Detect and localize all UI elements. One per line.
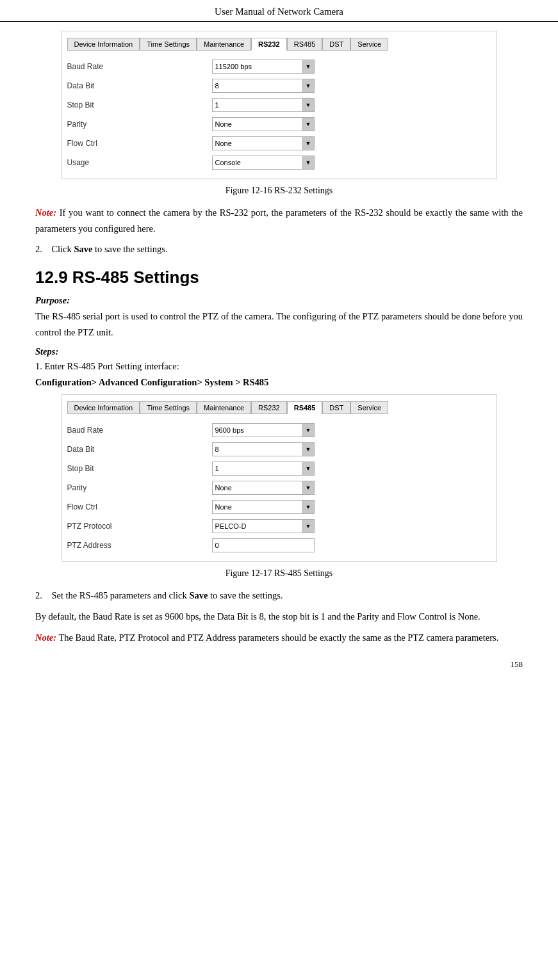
table-row: Flow Ctrl None ▼ bbox=[62, 497, 496, 517]
table-row: PTZ Protocol PELCO-D ▼ bbox=[62, 517, 496, 536]
field-value-databit-2: 8 ▼ bbox=[207, 440, 496, 459]
tab-maintenance-2[interactable]: Maintenance bbox=[197, 401, 251, 414]
field-label-baudrate-2: Baud Rate bbox=[62, 421, 207, 440]
step1-enter: 1. Enter RS-485 Port Setting interface: bbox=[35, 361, 523, 372]
tab-rs485-1[interactable]: RS485 bbox=[287, 38, 323, 51]
note1-label: Note: bbox=[35, 207, 56, 218]
parity-select-1[interactable]: None ▼ bbox=[212, 117, 315, 131]
baudrate-select-2[interactable]: 9600 bps ▼ bbox=[212, 423, 315, 437]
dropdown-arrow: ▼ bbox=[302, 520, 314, 533]
tab-dst-1[interactable]: DST bbox=[322, 38, 350, 51]
dropdown-arrow: ▼ bbox=[302, 424, 314, 437]
field-value-stopbit-2: 1 ▼ bbox=[207, 459, 496, 478]
dropdown-arrow: ▼ bbox=[302, 156, 314, 169]
tab-device-information-2[interactable]: Device Information bbox=[67, 401, 140, 414]
step1-prefix: 2. Click bbox=[35, 244, 74, 254]
field-label-parity-1: Parity bbox=[62, 115, 207, 134]
table-row: Baud Rate 9600 bps ▼ bbox=[62, 421, 496, 440]
figure1-caption: Figure 12-16 RS-232 Settings bbox=[35, 186, 523, 196]
table-row: Data Bit 8 ▼ bbox=[62, 440, 496, 459]
tab-rs232-2[interactable]: RS232 bbox=[251, 401, 287, 414]
note2-label: Note: bbox=[35, 632, 56, 643]
dropdown-arrow: ▼ bbox=[302, 443, 314, 456]
field-label-databit-2: Data Bit bbox=[62, 440, 207, 459]
parity-select-2[interactable]: None ▼ bbox=[212, 481, 315, 495]
field-label-baudrate-1: Baud Rate bbox=[62, 57, 207, 76]
step1-suffix: to save the settings. bbox=[92, 244, 167, 254]
config-path: Configuration> Advanced Configuration> S… bbox=[35, 377, 523, 388]
figure1-settings-box: Device Information Time Settings Mainten… bbox=[62, 31, 497, 179]
table-row: Data Bit 8 ▼ bbox=[62, 76, 496, 95]
field-label-ptzprotocol: PTZ Protocol bbox=[62, 517, 207, 536]
field-label-stopbit-2: Stop Bit bbox=[62, 459, 207, 478]
table-row: Stop Bit 1 ▼ bbox=[62, 459, 496, 478]
figure2-tabs-row: Device Information Time Settings Mainten… bbox=[62, 401, 496, 414]
page-header: User Manual of Network Camera bbox=[0, 0, 558, 22]
table-row: Parity None ▼ bbox=[62, 115, 496, 134]
tab-time-settings-1[interactable]: Time Settings bbox=[140, 38, 197, 51]
baudrate-select-1[interactable]: 115200 bps ▼ bbox=[212, 60, 315, 74]
step2-prefix: 2. Set the RS-485 parameters and click bbox=[35, 590, 189, 600]
field-value-ptzprotocol: PELCO-D ▼ bbox=[207, 517, 496, 536]
dropdown-arrow: ▼ bbox=[302, 79, 314, 92]
field-value-stopbit-1: 1 ▼ bbox=[207, 95, 496, 115]
step2-suffix: to save the settings. bbox=[208, 590, 283, 600]
tab-service-2[interactable]: Service bbox=[350, 401, 388, 414]
field-label-parity-2: Parity bbox=[62, 478, 207, 497]
dropdown-arrow: ▼ bbox=[302, 60, 314, 73]
field-label-flowctrl-1: Flow Ctrl bbox=[62, 134, 207, 153]
section-title: RS-485 Settings bbox=[72, 268, 199, 287]
tab-rs232-1[interactable]: RS232 bbox=[251, 38, 287, 51]
figure2-settings-box: Device Information Time Settings Mainten… bbox=[62, 394, 497, 562]
dropdown-arrow: ▼ bbox=[302, 118, 314, 131]
save-bold-2: Save bbox=[189, 590, 208, 600]
field-value-baudrate-2: 9600 bps ▼ bbox=[207, 421, 496, 440]
section-number: 12.9 bbox=[35, 268, 68, 287]
steps-label: Steps: bbox=[35, 346, 523, 357]
stopbit-select-2[interactable]: 1 ▼ bbox=[212, 462, 315, 476]
ptzprotocol-select[interactable]: PELCO-D ▼ bbox=[212, 519, 315, 533]
databit-select-1[interactable]: 8 ▼ bbox=[212, 79, 315, 93]
section-heading: 12.9 RS-485 Settings bbox=[35, 268, 523, 287]
note1-paragraph: Note: If you want to connect the camera … bbox=[35, 205, 523, 236]
by-default-text: By default, the Baud Rate is set as 9600… bbox=[35, 609, 523, 625]
tab-rs485-2[interactable]: RS485 bbox=[287, 401, 323, 414]
table-row: PTZ Address 0 bbox=[62, 536, 496, 555]
note2-paragraph: Note: The Baud Rate, PTZ Protocol and PT… bbox=[35, 630, 523, 646]
tab-time-settings-2[interactable]: Time Settings bbox=[140, 401, 197, 414]
stopbit-select-1[interactable]: 1 ▼ bbox=[212, 98, 315, 112]
field-value-ptzaddress: 0 bbox=[207, 536, 496, 555]
usage-select-1[interactable]: Console ▼ bbox=[212, 156, 315, 170]
save-bold-1: Save bbox=[74, 244, 92, 254]
purpose-text: The RS-485 serial port is used to contro… bbox=[35, 309, 523, 341]
purpose-label: Purpose: bbox=[35, 295, 523, 306]
figure2-caption: Figure 12-17 RS-485 Settings bbox=[35, 568, 523, 579]
figure2-table: Baud Rate 9600 bps ▼ Data Bit 8 ▼ bbox=[62, 421, 496, 555]
dropdown-arrow: ▼ bbox=[302, 481, 314, 494]
page-number: 158 bbox=[35, 659, 523, 670]
field-value-flowctrl-1: None ▼ bbox=[207, 134, 496, 153]
flowctrl-select-1[interactable]: None ▼ bbox=[212, 136, 315, 150]
flowctrl-select-2[interactable]: None ▼ bbox=[212, 500, 315, 514]
tab-device-information-1[interactable]: Device Information bbox=[67, 38, 140, 51]
field-value-usage-1: Console ▼ bbox=[207, 153, 496, 172]
field-value-databit-1: 8 ▼ bbox=[207, 76, 496, 95]
tab-maintenance-1[interactable]: Maintenance bbox=[197, 38, 251, 51]
step2-paragraph: 2. Set the RS-485 parameters and click S… bbox=[35, 588, 523, 604]
field-value-baudrate-1: 115200 bps ▼ bbox=[207, 57, 496, 76]
table-row: Baud Rate 115200 bps ▼ bbox=[62, 57, 496, 76]
table-row: Stop Bit 1 ▼ bbox=[62, 95, 496, 115]
table-row: Flow Ctrl None ▼ bbox=[62, 134, 496, 153]
tab-service-1[interactable]: Service bbox=[350, 38, 388, 51]
field-value-parity-1: None ▼ bbox=[207, 115, 496, 134]
field-label-flowctrl-2: Flow Ctrl bbox=[62, 497, 207, 517]
databit-select-2[interactable]: 8 ▼ bbox=[212, 442, 315, 456]
tab-dst-2[interactable]: DST bbox=[322, 401, 350, 414]
ptzaddress-input[interactable]: 0 bbox=[212, 538, 315, 552]
table-row: Usage Console ▼ bbox=[62, 153, 496, 172]
dropdown-arrow: ▼ bbox=[302, 462, 314, 475]
dropdown-arrow: ▼ bbox=[302, 501, 314, 513]
header-title: User Manual of Network Camera bbox=[215, 6, 343, 17]
field-value-flowctrl-2: None ▼ bbox=[207, 497, 496, 517]
dropdown-arrow: ▼ bbox=[302, 137, 314, 150]
